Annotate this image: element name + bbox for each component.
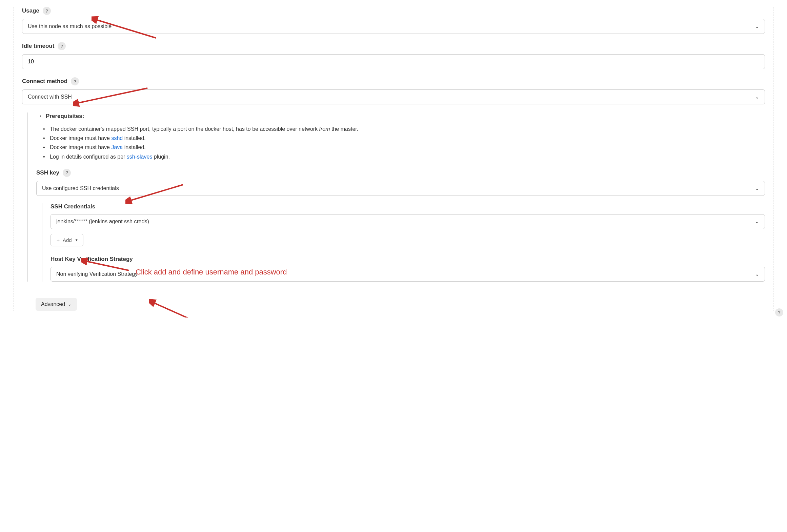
host-key-value: Non verifying Verification Strategy xyxy=(56,271,138,277)
connect-method-label: Connect method xyxy=(22,78,67,85)
usage-value: Use this node as much as possible xyxy=(28,23,112,29)
chevron-down-icon: ⌄ xyxy=(755,271,759,277)
arrow-right-icon: → xyxy=(36,112,42,120)
idle-timeout-label: Idle timeout xyxy=(22,43,54,49)
idle-timeout-field: Idle timeout ? xyxy=(22,42,765,69)
ssh-credentials-value: jenkins/****** (jenkins agent ssh creds) xyxy=(56,219,149,225)
idle-timeout-label-row: Idle timeout ? xyxy=(22,42,765,50)
idle-timeout-input[interactable] xyxy=(22,54,765,69)
java-link[interactable]: Java xyxy=(111,144,123,150)
ssh-slaves-link[interactable]: ssh-slaves xyxy=(127,154,153,160)
ssh-key-subsection: SSH Credentials jenkins/****** (jenkins … xyxy=(42,203,765,282)
prereq-item: The docker container's mapped SSH port, … xyxy=(43,124,765,134)
chevron-down-icon: ⌄ xyxy=(755,94,759,100)
decorative-border xyxy=(769,7,769,311)
host-key-select[interactable]: Non verifying Verification Strategy ⌄ xyxy=(51,267,765,282)
usage-label: Usage xyxy=(22,7,39,14)
plus-icon: ＋ xyxy=(56,237,61,243)
help-icon[interactable]: ? xyxy=(58,42,66,50)
add-label: Add xyxy=(63,237,72,243)
ssh-credentials-select[interactable]: jenkins/****** (jenkins agent ssh creds)… xyxy=(51,214,765,229)
ssh-key-label-row: SSH key ? xyxy=(36,169,765,177)
usage-label-row: Usage ? xyxy=(22,7,765,15)
advanced-label: Advanced xyxy=(41,301,65,307)
help-icon[interactable]: ? xyxy=(63,169,71,177)
prerequisites-toggle[interactable]: → Prerequisites: xyxy=(36,112,765,120)
prerequisites-heading: Prerequisites: xyxy=(46,113,84,120)
connect-method-field: Connect method ? Connect with SSH ⌄ → Pr… xyxy=(22,77,765,282)
ssh-key-label: SSH key xyxy=(36,169,59,176)
ssh-key-select[interactable]: Use configured SSH credentials ⌄ xyxy=(36,181,765,196)
advanced-toggle[interactable]: Advanced ⌄ xyxy=(36,298,77,311)
add-credentials-button[interactable]: ＋ Add ▼ xyxy=(51,234,83,246)
floating-help-icon[interactable]: ? xyxy=(775,308,783,316)
chevron-down-icon: ⌄ xyxy=(755,186,759,191)
connect-method-subsection: → Prerequisites: The docker container's … xyxy=(27,112,765,282)
connect-method-select[interactable]: Connect with SSH ⌄ xyxy=(22,89,765,104)
prerequisites-list: The docker container's mapped SSH port, … xyxy=(36,124,765,161)
prereq-item: Docker image must have sshd installed. xyxy=(43,134,765,143)
host-key-label: Host Key Verification Strategy xyxy=(51,256,765,263)
sshd-link[interactable]: sshd xyxy=(111,135,123,141)
connect-method-value: Connect with SSH xyxy=(28,94,72,100)
form-container: Usage ? Use this node as much as possibl… xyxy=(14,7,773,311)
chevron-down-icon: ⌄ xyxy=(755,24,759,29)
chevron-down-icon: ⌄ xyxy=(755,219,759,224)
ssh-credentials-label: SSH Credentials xyxy=(51,203,765,210)
usage-select[interactable]: Use this node as much as possible ⌄ xyxy=(22,19,765,34)
usage-field: Usage ? Use this node as much as possibl… xyxy=(22,7,765,34)
help-icon[interactable]: ? xyxy=(43,7,51,15)
prereq-item: Docker image must have Java installed. xyxy=(43,143,765,152)
decorative-border xyxy=(18,7,18,311)
chevron-down-icon: ⌄ xyxy=(68,302,72,307)
connect-method-label-row: Connect method ? xyxy=(22,77,765,85)
ssh-key-value: Use configured SSH credentials xyxy=(42,185,119,191)
help-icon[interactable]: ? xyxy=(71,77,79,85)
prereq-item: Log in details configured as per ssh-sla… xyxy=(43,152,765,161)
caret-down-icon: ▼ xyxy=(75,238,78,242)
